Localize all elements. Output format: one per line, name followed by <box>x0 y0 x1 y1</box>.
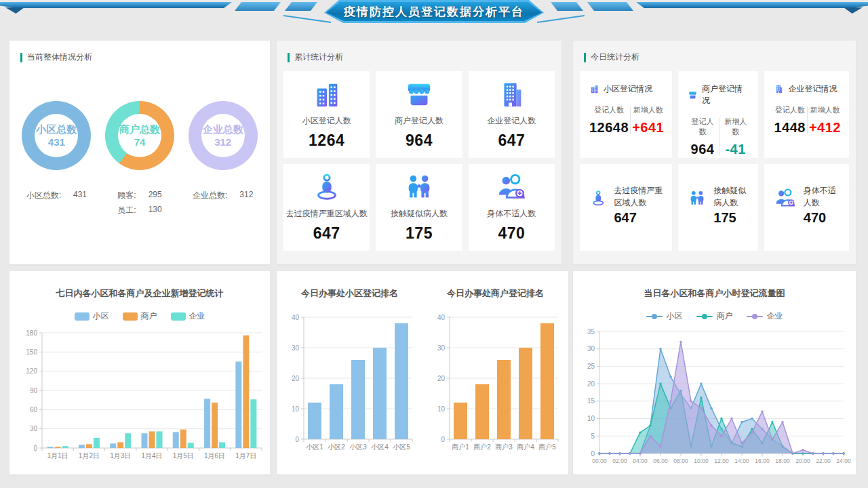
section-title-overall: 当前整体情况分析 <box>9 41 270 63</box>
svg-text:40: 40 <box>437 314 445 321</box>
header-tip-left <box>5 7 24 14</box>
new-count: +641 <box>632 120 664 136</box>
new-count: +412 <box>809 120 841 136</box>
svg-text:10: 10 <box>437 405 445 413</box>
people-plus-icon <box>774 184 796 213</box>
svg-text:1月4日: 1月4日 <box>141 452 162 460</box>
header-underline-left <box>283 15 331 23</box>
stat-card-unwell: 身体不适人数 470 <box>469 164 555 251</box>
panel-overall: 当前整体情况分析 小区总数 431 小区总数:431 商户总数 74 <box>9 41 270 264</box>
merchant-ranking-bar-chart[interactable]: 010203040商户1商户2商户3商户4商户5 <box>422 312 568 455</box>
svg-text:商户4: 商户4 <box>517 443 534 451</box>
section-title-today: 今日统计分析 <box>573 41 856 63</box>
svg-text:30: 30 <box>587 345 595 352</box>
stat-card-visited-area: 去过疫情严重区域人数 647 <box>283 164 370 251</box>
panel-rankings: 今日办事处小区登记排名 010203040小区1小区2小区3小区4小区5 今日办… <box>277 271 568 474</box>
svg-text:18:00: 18:00 <box>775 458 790 464</box>
merchant-ranking-section: 今日办事处商户登记排名 010203040商户1商户2商户3商户4商户5 <box>422 271 568 455</box>
chart-title: 今日办事处小区登记排名 <box>277 287 422 300</box>
svg-text:30: 30 <box>437 344 445 352</box>
svg-text:1月3日: 1月3日 <box>110 452 131 460</box>
chart-title: 今日办事处商户登记排名 <box>422 287 568 300</box>
svg-text:1月1日: 1月1日 <box>47 452 68 460</box>
today-card-community: 小区登记情况 登记人数12648 新增人数+641 <box>580 71 672 158</box>
svg-text:00:00: 00:00 <box>592 458 607 464</box>
header-underline-right <box>537 15 585 23</box>
legend-item[interactable]: 企业 <box>171 310 205 322</box>
svg-text:120: 120 <box>26 367 37 375</box>
registered-count: 12648 <box>589 120 629 136</box>
person-location-icon <box>311 172 342 203</box>
svg-text:08:00: 08:00 <box>673 458 688 464</box>
office-icon <box>496 79 527 110</box>
donut-value: 312 <box>203 136 243 149</box>
donut-merchant: 商户总数 74 顾客:295 员工:130 <box>99 101 180 216</box>
svg-text:30: 30 <box>30 425 38 432</box>
svg-text:30: 30 <box>291 344 299 352</box>
panel-weekly-chart: 七日内各小区和各商户及企业新增登记统计 小区商户企业 0306090120150… <box>9 271 270 474</box>
svg-text:90: 90 <box>30 387 38 394</box>
hourly-flow-area-chart[interactable]: 0510152025303500:0002:0004:0006:0008:001… <box>573 327 856 467</box>
header-chevron <box>587 2 633 11</box>
svg-text:20:00: 20:00 <box>795 458 810 464</box>
merchant-donut-chart[interactable]: 商户总数 74 <box>105 101 174 170</box>
svg-text:15: 15 <box>587 397 595 405</box>
header-chevron <box>551 2 583 11</box>
svg-text:小区3: 小区3 <box>349 443 367 451</box>
people-plus-icon <box>496 172 527 203</box>
person-location-icon <box>589 184 608 213</box>
donut-enterprise: 企业总数 312 企业总数:312 <box>182 101 264 216</box>
today-card-merchant: 商户登记情况 登记人数964 新增人数-41 <box>678 71 758 158</box>
svg-text:180: 180 <box>26 329 37 337</box>
legend-item[interactable]: 小区 <box>75 310 109 322</box>
svg-text:小区1: 小区1 <box>306 443 323 451</box>
stat-card-contact-suspected: 接触疑似病人数 175 <box>376 164 462 251</box>
svg-text:12:00: 12:00 <box>714 458 729 464</box>
svg-text:1月6日: 1月6日 <box>204 452 225 460</box>
legend-item[interactable]: 商户 <box>123 310 157 322</box>
chart-title: 当日各小区和各商户小时登记流量图 <box>573 287 856 300</box>
legend-item[interactable]: 小区 <box>646 310 683 322</box>
panel-cumulative: 累计统计分析 小区登记人数 1264 商户登记人数 964 企业登记人数 647… <box>277 41 561 264</box>
svg-text:0: 0 <box>295 436 299 443</box>
svg-text:06:00: 06:00 <box>653 458 668 464</box>
today-card-unwell: 身体不适人数 470 <box>764 164 849 251</box>
svg-text:商户3: 商户3 <box>495 443 513 451</box>
title-marker <box>20 53 22 62</box>
svg-text:0: 0 <box>441 436 445 443</box>
community-donut-chart[interactable]: 小区总数 431 <box>22 101 91 170</box>
stat-card-community-total: 小区登记人数 1264 <box>283 71 370 158</box>
svg-text:20: 20 <box>587 380 595 388</box>
svg-text:16:00: 16:00 <box>755 458 770 464</box>
building-icon <box>311 79 342 110</box>
svg-text:商户2: 商户2 <box>473 443 491 451</box>
svg-text:35: 35 <box>587 328 595 336</box>
svg-text:02:00: 02:00 <box>612 458 627 464</box>
svg-text:20: 20 <box>291 375 299 382</box>
shop-icon <box>403 79 435 110</box>
shop-icon <box>688 90 698 100</box>
stat-card-enterprise-total: 企业登记人数 647 <box>469 71 555 158</box>
legend-item[interactable]: 企业 <box>747 310 783 322</box>
header-chevron <box>285 2 317 11</box>
community-ranking-section: 今日办事处小区登记排名 010203040小区1小区2小区3小区4小区5 <box>277 271 422 455</box>
section-title-cumulative: 累计统计分析 <box>277 41 561 63</box>
chart-title: 七日内各小区和各商户及企业新增登记统计 <box>9 287 270 300</box>
svg-text:22:00: 22:00 <box>816 458 831 464</box>
svg-text:1月2日: 1月2日 <box>79 452 100 460</box>
two-people-icon <box>688 184 707 213</box>
svg-text:小区2: 小区2 <box>328 443 345 451</box>
donut-label: 小区总数 <box>36 123 77 136</box>
svg-text:0: 0 <box>33 445 37 452</box>
page-title: 疫情防控人员登记数据分析平台 <box>344 4 524 20</box>
panel-hourly-flow: 当日各小区和各商户小时登记流量图 小区商户企业 0510152025303500… <box>573 271 856 474</box>
weekly-bar-chart[interactable]: 03060901201501801月1日1月2日1月3日1月4日1月5日1月6日… <box>9 327 270 466</box>
enterprise-donut-chart[interactable]: 企业总数 312 <box>189 101 258 170</box>
svg-text:20: 20 <box>437 375 445 382</box>
community-ranking-bar-chart[interactable]: 010203040小区1小区2小区3小区4小区5 <box>277 312 422 455</box>
building-icon <box>589 84 599 94</box>
title-banner: 疫情防控人员登记数据分析平台 <box>324 0 544 23</box>
legend-item[interactable]: 商户 <box>696 310 733 322</box>
title-marker <box>584 53 586 62</box>
panel-today: 今日统计分析 小区登记情况 登记人数12648 新增人数+641 商户登记情况 … <box>573 41 856 264</box>
